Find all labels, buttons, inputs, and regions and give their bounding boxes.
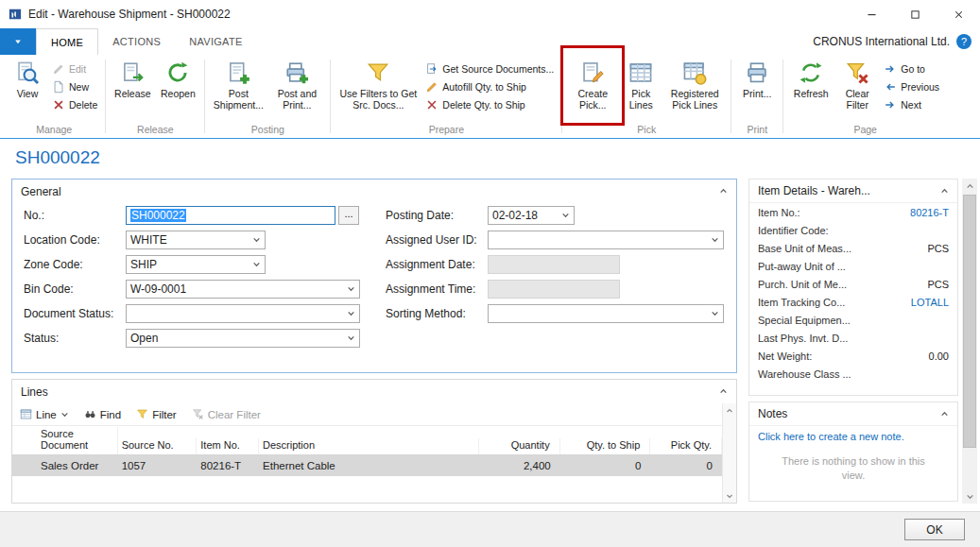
- previous-icon: [884, 80, 897, 94]
- ok-button[interactable]: OK: [904, 519, 965, 540]
- scroll-up-icon[interactable]: [962, 179, 977, 194]
- maximize-icon: [909, 9, 921, 21]
- collapse-lines-icon[interactable]: [719, 387, 728, 396]
- tab-navigate[interactable]: NAVIGATE: [175, 28, 256, 55]
- registered-pick-lines-button[interactable]: Registered Pick Lines: [662, 57, 727, 112]
- use-filters-to-get-src-docs-button[interactable]: Use Filters to Get Src. Docs...: [335, 57, 421, 112]
- new-button[interactable]: New: [48, 77, 101, 95]
- post-and-print-button[interactable]: Post and Print...: [267, 57, 326, 112]
- notes-empty-message: There is nothing to show in this view.: [758, 454, 949, 483]
- page-scrollbar[interactable]: [962, 179, 977, 504]
- bin-code-label: Bin Code:: [24, 282, 126, 296]
- table-row[interactable]: Sales Order105780216-TEthernet Cable2,40…: [12, 455, 722, 476]
- close-button[interactable]: [937, 0, 980, 28]
- window-title: Edit - Warehouse Shipment - SH000022: [28, 8, 231, 21]
- get-source-documents-button[interactable]: Get Source Documents...: [421, 60, 558, 77]
- previous-button[interactable]: Previous: [880, 77, 943, 95]
- lines-scrollbar[interactable]: [722, 403, 736, 503]
- assignment-time-field: [488, 280, 620, 299]
- window-controls: [850, 0, 980, 28]
- filter-icon: [366, 60, 390, 85]
- minimize-button[interactable]: [850, 0, 893, 28]
- document-status-field[interactable]: [126, 304, 360, 323]
- column-header-pick-qty[interactable]: Pick Qty.: [650, 438, 722, 454]
- app-menu-dropdown-icon: [13, 37, 23, 46]
- ribbon-group-manage: ViewEditNewDeleteManage: [3, 55, 105, 138]
- tab-home[interactable]: HOME: [36, 28, 98, 55]
- column-header-source-no[interactable]: Source No.: [118, 438, 198, 454]
- item-details-row: Put-away Unit of ...: [749, 257, 957, 275]
- column-header-item-no[interactable]: Item No.: [197, 438, 259, 454]
- lines-clear-filter-button[interactable]: Clear Filter: [192, 408, 261, 420]
- item-details-factbox: Item Details - Wareh... Item No.:80216-T…: [748, 179, 958, 396]
- lines-fasttab: Lines LineFindFilterClear Filter Source …: [11, 379, 737, 504]
- refresh-button[interactable]: Refresh: [787, 57, 834, 101]
- clear-filter-icon: [845, 60, 869, 85]
- collapse-item-details-icon[interactable]: [940, 187, 949, 196]
- item-details-row: Special Equipmen...: [749, 311, 957, 329]
- create-note-link[interactable]: Click here to create a new note.: [758, 431, 904, 442]
- item-details-row: Last Phys. Invt. D...: [749, 329, 957, 347]
- chevron-down-icon: [347, 307, 355, 320]
- item-details-row: Base Unit of Meas...PCS: [749, 239, 957, 257]
- collapse-general-icon[interactable]: [719, 187, 728, 196]
- lines-line-button[interactable]: Line: [20, 408, 69, 420]
- create-pick-button[interactable]: Create Pick...: [566, 57, 619, 112]
- scroll-up-icon[interactable]: [723, 403, 736, 418]
- item-tracking-co-value[interactable]: LOTALL: [911, 297, 949, 308]
- column-header-qty-to-ship[interactable]: Qty. to Ship: [560, 438, 651, 454]
- lines-grid-header: Source DocumentSource No.Item No.Descrip…: [12, 426, 722, 455]
- scroll-down-icon[interactable]: [723, 488, 736, 503]
- status-field[interactable]: Open: [126, 329, 360, 348]
- assist-edit-button[interactable]: ...: [338, 206, 359, 225]
- application-menu-button[interactable]: [0, 28, 36, 55]
- go-to-button[interactable]: Go to: [880, 60, 943, 77]
- collapse-notes-icon[interactable]: [940, 410, 949, 419]
- find-icon: [84, 408, 96, 420]
- scrollbar-thumb[interactable]: [963, 195, 976, 448]
- cell-item-no: 80216-T: [197, 460, 259, 471]
- post-shipment-button[interactable]: Post Shipment...: [209, 57, 267, 112]
- assigned-user-id-field[interactable]: [488, 231, 724, 249]
- tab-actions[interactable]: ACTIONS: [98, 28, 175, 55]
- bin-code-field[interactable]: W-09-0001: [126, 280, 360, 299]
- assignment-date-field: [488, 255, 620, 274]
- delete-qty-to-ship-button[interactable]: Delete Qty. to Ship: [421, 95, 558, 113]
- location-code-label: Location Code:: [24, 233, 126, 247]
- autofill-qty-to-ship-button[interactable]: Autofill Qty. to Ship: [421, 77, 558, 95]
- ribbon-group-prepare: Use Filters to Get Src. Docs...Get Sourc…: [331, 55, 561, 138]
- item-no-value[interactable]: 80216-T: [910, 207, 949, 218]
- edit-button[interactable]: Edit: [48, 60, 101, 77]
- column-header-description[interactable]: Description: [259, 438, 479, 454]
- column-header-source-document[interactable]: Source Document: [37, 427, 118, 454]
- sorting-method-field[interactable]: [488, 304, 724, 323]
- release-button[interactable]: Release: [110, 57, 155, 101]
- clear-filter-button[interactable]: Clear Filter: [834, 57, 880, 112]
- base-unit-of-meas-label: Base Unit of Meas...: [758, 243, 851, 254]
- item-details-header: Item Details - Wareh...: [758, 184, 870, 197]
- scroll-down-icon[interactable]: [962, 488, 977, 504]
- reopen-button[interactable]: Reopen: [155, 57, 200, 101]
- cell-source-no: 1057: [118, 460, 198, 471]
- notes-factbox: Notes Click here to create a new note. T…: [748, 402, 958, 502]
- ribbon-tab-row: HOMEACTIONSNAVIGATE CRONUS International…: [0, 28, 980, 55]
- delete-button[interactable]: Delete: [48, 95, 101, 113]
- next-button[interactable]: Next: [880, 95, 943, 113]
- help-button[interactable]: ?: [956, 34, 971, 49]
- filter-small-icon: [136, 408, 148, 420]
- location-code-field[interactable]: WHITE: [126, 231, 266, 249]
- view-button[interactable]: View: [7, 57, 48, 101]
- maximize-button[interactable]: [893, 0, 937, 28]
- lines-filter-button[interactable]: Filter: [136, 408, 177, 420]
- no-field[interactable]: SH000022: [126, 206, 335, 225]
- lines-toolbar: LineFindFilterClear Filter: [12, 403, 736, 426]
- print-icon: [745, 60, 769, 85]
- lines-find-button[interactable]: Find: [84, 408, 121, 420]
- item-details-row: Warehouse Class ...: [749, 365, 957, 383]
- posting-date-field[interactable]: 02-02-18: [488, 206, 575, 225]
- print-button[interactable]: Print...: [735, 57, 779, 101]
- zone-code-field[interactable]: SHIP: [126, 255, 266, 274]
- chevron-down-icon: [252, 233, 261, 247]
- column-header-quantity[interactable]: Quantity: [479, 438, 560, 454]
- pick-lines-button[interactable]: Pick Lines: [619, 57, 662, 112]
